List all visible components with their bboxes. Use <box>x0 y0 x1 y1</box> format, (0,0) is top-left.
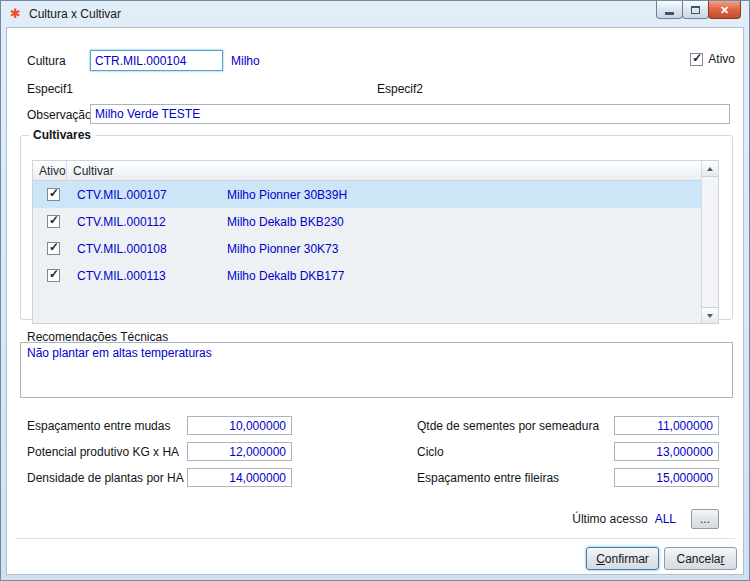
column-header-cultivar: Cultivar <box>67 161 701 180</box>
window-title: Cultura x Cultivar <box>29 7 121 21</box>
especif2-label: Especif2 <box>377 82 423 96</box>
close-icon: ✕ <box>720 2 729 18</box>
dialog-content: Cultura Milho Ativo Especif1 Especif2 Ob… <box>6 27 744 575</box>
cultivar-name: Milho Dekalb DKB177 <box>227 269 344 283</box>
metric-label: Densidade de plantas por HA <box>20 471 184 485</box>
metric-row: Espaçamento entre mudas 10,000000 <box>20 416 292 435</box>
window-controls: ✕ <box>657 1 741 19</box>
cultura-input[interactable] <box>90 50 223 71</box>
maximize-icon <box>691 6 700 14</box>
cultivar-code: CTV.MIL.000112 <box>77 215 166 229</box>
cultivares-table: Ativo Cultivar CTV.MIL.000107 Milho Pion… <box>32 160 719 324</box>
metric-row: Densidade de plantas por HA 14,000000 <box>20 468 292 487</box>
row-ativo-checkbox[interactable] <box>47 188 60 201</box>
confirm-button[interactable]: Confirmar <box>586 547 659 570</box>
ultimo-acesso-field: Último acesso ALL ... <box>572 509 719 529</box>
recomendacoes-textarea[interactable] <box>20 342 733 398</box>
metric-label: Espaçamento entre mudas <box>20 419 170 433</box>
cultivar-code: CTV.MIL.000113 <box>77 269 166 283</box>
metric-value-input[interactable]: 12,000000 <box>187 442 292 461</box>
ultimo-acesso-value: ALL <box>655 512 676 526</box>
app-icon: ✱ <box>8 6 23 21</box>
metric-row: Ciclo 13,000000 <box>412 442 719 461</box>
metric-value-input[interactable]: 11,000000 <box>614 416 719 435</box>
cultivar-code: CTV.MIL.000107 <box>77 188 167 202</box>
metric-row: Espaçamento entre fileiras 15,000000 <box>412 468 719 487</box>
observacao-input[interactable] <box>90 104 730 124</box>
metric-row: Qtde de sementes por semeadura 11,000000 <box>412 416 719 435</box>
cultura-description: Milho <box>231 54 260 68</box>
table-scrollbar[interactable] <box>701 161 718 323</box>
maximize-button[interactable] <box>682 1 709 19</box>
metric-value-input[interactable]: 15,000000 <box>614 468 719 487</box>
table-body: CTV.MIL.000107 Milho Pionner 30B39H CTV.… <box>33 181 701 323</box>
scroll-down-button[interactable] <box>702 307 718 323</box>
especif1-label: Especif1 <box>27 82 73 96</box>
metric-value-input[interactable]: 10,000000 <box>187 416 292 435</box>
metric-label: Qtde de sementes por semeadura <box>412 419 599 433</box>
cultivar-name: Milho Pionner 30K73 <box>227 242 338 256</box>
scroll-down-icon <box>707 314 713 318</box>
metrics-right-column: Qtde de sementes por semeadura 11,000000… <box>412 416 719 494</box>
scroll-up-button[interactable] <box>702 161 718 177</box>
footer-divider <box>15 538 735 539</box>
minimize-button[interactable] <box>656 1 683 19</box>
cultivares-legend: Cultivares <box>29 128 95 142</box>
ativo-field: Ativo <box>690 52 735 66</box>
browse-button[interactable]: ... <box>691 509 719 529</box>
table-row[interactable]: CTV.MIL.000113 Milho Dekalb DKB177 <box>33 262 701 289</box>
cultura-label: Cultura <box>27 54 66 68</box>
metric-value-input[interactable]: 13,000000 <box>614 442 719 461</box>
metrics-left-column: Espaçamento entre mudas 10,000000 Potenc… <box>20 416 292 494</box>
scroll-up-icon <box>707 167 713 171</box>
row-ativo-checkbox[interactable] <box>47 269 60 282</box>
cultivar-name: Milho Pionner 30B39H <box>227 188 347 202</box>
metric-label: Potencial produtivo KG x HA <box>20 445 179 459</box>
table-row[interactable]: CTV.MIL.000108 Milho Pionner 30K73 <box>33 235 701 262</box>
cancel-button[interactable]: Cancelar <box>664 547 737 570</box>
row-ativo-checkbox[interactable] <box>47 215 60 228</box>
ultimo-acesso-label: Último acesso <box>572 512 647 526</box>
cultivares-group: Cultivares Ativo Cultivar CTV.MIL.000107… <box>20 128 733 320</box>
table-header: Ativo Cultivar <box>33 161 701 181</box>
metric-value-input[interactable]: 14,000000 <box>187 468 292 487</box>
close-button[interactable]: ✕ <box>708 1 741 19</box>
dialog-cultura-x-cultivar: ✱ Cultura x Cultivar ✕ Cultura Milho Ati… <box>0 0 750 581</box>
cultivar-code: CTV.MIL.000108 <box>77 242 167 256</box>
table-row[interactable]: CTV.MIL.000107 Milho Pionner 30B39H <box>33 181 701 208</box>
titlebar: ✱ Cultura x Cultivar <box>1 1 749 26</box>
metric-row: Potencial produtivo KG x HA 12,000000 <box>20 442 292 461</box>
ativo-label: Ativo <box>708 52 735 66</box>
column-header-ativo: Ativo <box>33 161 67 180</box>
observacao-label: Observação <box>27 108 92 122</box>
minimize-icon <box>665 12 674 15</box>
cultivar-name: Milho Dekalb BKB230 <box>227 215 344 229</box>
metric-label: Ciclo <box>412 445 444 459</box>
row-ativo-checkbox[interactable] <box>47 242 60 255</box>
table-row[interactable]: CTV.MIL.000112 Milho Dekalb BKB230 <box>33 208 701 235</box>
ativo-checkbox[interactable] <box>690 53 703 66</box>
metric-label: Espaçamento entre fileiras <box>412 471 559 485</box>
